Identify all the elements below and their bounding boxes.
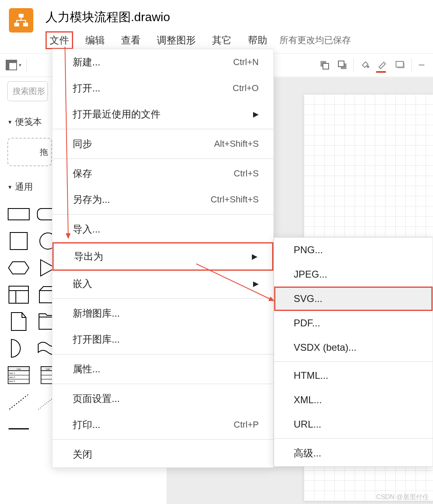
dd-pagesetup-label: 页面设置... (73, 392, 120, 405)
menu-other[interactable]: 其它 (208, 31, 236, 49)
svg-rect-2 (23, 23, 28, 26)
svg-text:List: List (46, 368, 50, 370)
dd-close[interactable]: 关闭 (52, 441, 273, 467)
dd-new-shortcut: Ctrl+N (233, 57, 259, 67)
sub-html[interactable]: HTML... (274, 363, 433, 388)
scratchpad-label: 便笺本 (15, 116, 42, 128)
chevron-right-icon: ▶ (253, 279, 259, 288)
svg-rect-19 (9, 286, 28, 303)
dd-save-label: 保存 (73, 167, 92, 180)
svg-rect-9 (338, 61, 344, 67)
menu-view[interactable]: 查看 (117, 31, 145, 49)
svg-rect-7 (323, 63, 329, 69)
sub-divider (274, 438, 433, 439)
sub-png[interactable]: PNG... (274, 238, 433, 262)
shadow-icon (395, 61, 406, 70)
shape-table[interactable] (7, 286, 30, 304)
to-front-button[interactable] (318, 58, 331, 72)
shape-list[interactable]: Listitem 1item 2item 3 (7, 366, 30, 384)
dd-print[interactable]: 打印...Ctrl+P (52, 412, 273, 438)
general-section: ▼ 通用 Listitem 1item 2item 3 List (7, 181, 54, 438)
menu-shape[interactable]: 调整图形 (153, 31, 200, 49)
toolbar-separator (411, 59, 412, 72)
app-logo (9, 8, 33, 33)
shape-dashed-line[interactable] (7, 393, 30, 411)
menu-help[interactable]: 帮助 (244, 31, 271, 49)
dd-openlib[interactable]: 打开图库... (52, 326, 273, 352)
dd-sync[interactable]: 同步Alt+Shift+S (52, 131, 273, 157)
color-swatch (376, 71, 386, 73)
sub-xml[interactable]: XML... (274, 388, 433, 412)
dd-saveas-shortcut: Ctrl+Shift+S (210, 194, 259, 205)
dd-import[interactable]: 导入... (52, 216, 273, 242)
shape-rect[interactable] (7, 205, 30, 223)
svg-rect-4 (6, 60, 17, 63)
dd-props-label: 属性... (73, 363, 100, 376)
doc-title[interactable]: 人力模块流程图.drawio (45, 9, 424, 26)
left-panel: 搜索图形 ▼ 便笺本 拖 ▼ 通用 Listitem 1item 2item 3 (0, 77, 57, 438)
sub-jpeg[interactable]: JPEG... (274, 262, 433, 287)
line-color-button[interactable] (376, 58, 390, 72)
to-back-button[interactable] (336, 58, 349, 72)
sub-vsdx[interactable]: VSDX (beta)... (274, 335, 433, 360)
shape-solid-line[interactable] (7, 420, 30, 438)
svg-rect-12 (396, 61, 403, 67)
dd-new-label: 新建... (73, 56, 100, 69)
dd-print-shortcut: Ctrl+P (234, 419, 259, 430)
sub-advanced[interactable]: 高级... (274, 440, 433, 466)
dd-close-label: 关闭 (73, 448, 92, 461)
sub-divider (274, 361, 433, 362)
dd-sync-shortcut: Alt+Shift+S (214, 139, 259, 149)
toolbar-separator (26, 59, 27, 72)
svg-rect-1 (14, 23, 19, 26)
dd-export-label: 导出为 (74, 250, 103, 263)
chevron-right-icon: ▶ (253, 110, 259, 119)
layout-button[interactable]: ▼ (6, 60, 22, 70)
dd-openlib-label: 打开图库... (73, 333, 120, 346)
dd-open-label: 打开... (73, 82, 100, 95)
dd-recent[interactable]: 打开最近使用的文件▶ (52, 101, 273, 127)
shape-halfcircle[interactable] (7, 339, 30, 357)
fill-color-button[interactable] (358, 58, 372, 72)
dd-newlib[interactable]: 新增图库... (52, 300, 273, 326)
dd-saveas-label: 另存为... (73, 193, 110, 206)
dd-props[interactable]: 属性... (52, 356, 273, 382)
menu-file[interactable]: 文件 (45, 31, 73, 49)
dd-sync-label: 同步 (73, 137, 92, 150)
shape-square[interactable] (7, 232, 30, 250)
caret-icon: ▼ (18, 63, 22, 67)
export-submenu: PNG... JPEG... SVG... PDF... VSDX (beta)… (274, 237, 433, 467)
menubar: 文件 编辑 查看 调整图形 其它 帮助 所有更改均已保存 (45, 31, 424, 49)
dd-embed[interactable]: 嵌入▶ (52, 271, 273, 297)
dd-embed-label: 嵌入 (73, 277, 92, 290)
chevron-right-icon: ▶ (252, 252, 258, 261)
minus-button[interactable]: − (416, 59, 427, 72)
menu-edit[interactable]: 编辑 (81, 31, 109, 49)
svg-text:List: List (17, 368, 21, 370)
sub-pdf[interactable]: PDF... (274, 311, 433, 335)
sub-svg[interactable]: SVG... (274, 287, 433, 311)
scratchpad-section: ▼ 便笺本 拖 (7, 116, 54, 166)
header: 人力模块流程图.drawio 文件 编辑 查看 调整图形 其它 帮助 所有更改均… (0, 0, 433, 49)
svg-rect-15 (10, 232, 27, 250)
dd-saveas[interactable]: 另存为...Ctrl+Shift+S (52, 187, 273, 213)
shape-hexagon[interactable] (7, 259, 30, 277)
svg-text:item 1: item 1 (9, 372, 15, 374)
dd-save[interactable]: 保存Ctrl+S (52, 161, 273, 187)
svg-rect-0 (19, 14, 24, 17)
shadow-button[interactable] (394, 58, 407, 72)
dd-export[interactable]: 导出为▶ (52, 242, 273, 271)
sub-url[interactable]: URL... (274, 412, 433, 437)
dd-import-label: 导入... (73, 223, 100, 236)
search-input[interactable]: 搜索图形 (7, 81, 48, 101)
shape-page[interactable] (7, 313, 30, 330)
scratchpad-dropzone[interactable]: 拖 (7, 138, 52, 166)
dd-open[interactable]: 打开...Ctrl+O (52, 75, 273, 101)
scratchpad-header[interactable]: ▼ 便笺本 (7, 116, 54, 128)
dd-recent-label: 打开最近使用的文件 (73, 108, 160, 121)
general-header[interactable]: ▼ 通用 (7, 181, 54, 193)
dd-pagesetup[interactable]: 页面设置... (52, 386, 273, 412)
dd-open-shortcut: Ctrl+O (233, 83, 259, 93)
dd-divider (52, 354, 273, 354)
dd-new[interactable]: 新建...Ctrl+N (52, 49, 273, 75)
